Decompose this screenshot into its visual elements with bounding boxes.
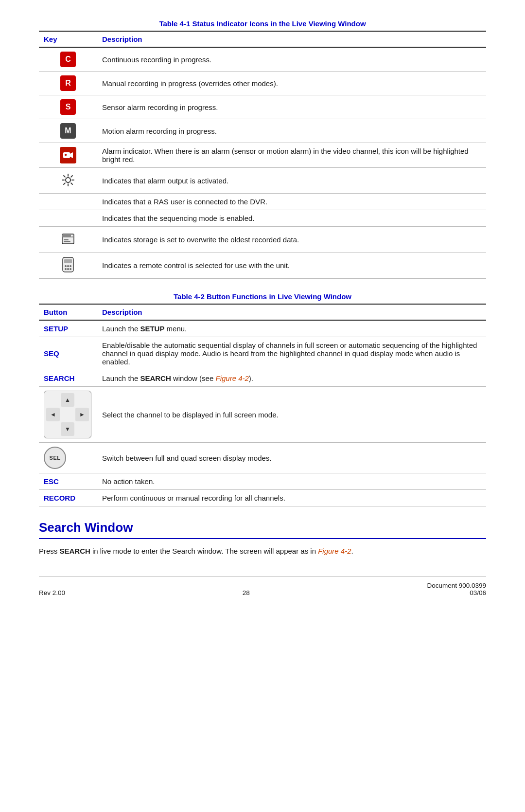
table2-row: ESCNo action taken. — [39, 473, 486, 490]
table1-row: CContinuous recording in progress. — [39, 47, 486, 72]
table1-desc-cell: Continuous recording in progress. — [97, 47, 486, 72]
table1-key-cell — [39, 168, 97, 194]
table1-key-cell — [39, 210, 97, 227]
table1-row: Indicates that alarm output is activated… — [39, 168, 486, 194]
table2-desc-cell: No action taken. — [97, 473, 486, 490]
sel-button: SEL — [44, 447, 66, 469]
table2-button-cell: RECORD — [39, 490, 97, 506]
remote-icon — [60, 256, 76, 273]
svg-point-6 — [71, 235, 73, 237]
svg-point-13 — [70, 265, 71, 267]
table2: Button Description SETUPLaunch the SETUP… — [39, 304, 486, 506]
table2-row: RECORDPerform continuous or manual recor… — [39, 490, 486, 506]
dpad-left: ◄ — [46, 408, 60, 421]
r-icon: R — [60, 75, 76, 91]
table1-desc-cell: Manual recording in progress (overrides … — [97, 72, 486, 95]
svg-point-3 — [66, 178, 70, 182]
table1-desc-cell: Indicates that alarm output is activated… — [97, 168, 486, 194]
table1-desc-cell: Sensor alarm recording in progress. — [97, 95, 486, 119]
table1-row: Indicates that the sequencing mode is en… — [39, 210, 486, 227]
footer-right: Document 900.0399 03/06 — [427, 582, 486, 596]
footer: Rev 2.00 28 Document 900.0399 03/06 — [39, 577, 486, 600]
table2-desc-cell: Select the channel to be displayed in fu… — [97, 387, 486, 443]
table1-desc-cell: Indicates that a RAS user is connected t… — [97, 194, 486, 210]
gear-icon — [60, 172, 76, 188]
m-icon: M — [60, 123, 76, 139]
table1-col2-header: Description — [97, 31, 486, 47]
table1-key-cell: M — [39, 119, 97, 143]
section-heading: Search Window — [39, 520, 486, 539]
table2-desc-cell: Launch the SEARCH window (see Figure 4-2… — [97, 370, 486, 387]
alarm-icon — [60, 147, 76, 163]
table2-row: SEARCHLaunch the SEARCH window (see Figu… — [39, 370, 486, 387]
table1: Key Description CContinuous recording in… — [39, 31, 486, 279]
storage-icon — [60, 231, 76, 247]
section-paragraph: Press SEARCH in live mode to enter the S… — [39, 546, 486, 557]
svg-point-14 — [65, 268, 67, 270]
dpad-empty-tr — [75, 393, 89, 407]
table2-title: Table 4-2 Button Functions in Live Viewi… — [39, 292, 486, 301]
s-icon: S — [60, 99, 76, 115]
dpad-up: ▲ — [61, 393, 74, 407]
table2-button-cell: ESC — [39, 473, 97, 490]
table2-row: SETUPLaunch the SETUP menu. — [39, 320, 486, 337]
table2-row: ▲ ◄ ► ▼ Select the channel to be display… — [39, 387, 486, 443]
table2-button-cell: SEQ — [39, 337, 97, 370]
svg-rect-2 — [65, 154, 67, 156]
table2-button-cell: SEARCH — [39, 370, 97, 387]
footer-center: 28 — [243, 589, 250, 596]
table1-key-cell: R — [39, 72, 97, 95]
svg-rect-10 — [64, 259, 72, 263]
svg-point-15 — [67, 268, 69, 270]
button-label: RECORD — [44, 494, 75, 502]
table1-row: SSensor alarm recording in progress. — [39, 95, 486, 119]
table1-key-cell — [39, 194, 97, 210]
table1-row: Indicates a remote control is selected f… — [39, 253, 486, 279]
table1-key-cell — [39, 227, 97, 253]
table2-row: SELSwitch between full and quad screen d… — [39, 443, 486, 473]
table1-row: RManual recording in progress (overrides… — [39, 72, 486, 95]
table1-row: Indicates that a RAS user is connected t… — [39, 194, 486, 210]
dpad-down: ▼ — [61, 422, 74, 436]
svg-point-16 — [70, 268, 71, 270]
table1-title: Table 4-1 Status Indicator Icons in the … — [39, 19, 486, 28]
footer-left: Rev 2.00 — [39, 589, 65, 596]
table1-col1-header: Key — [39, 31, 97, 47]
dpad-empty-bl — [46, 422, 60, 436]
table2-button-cell: SETUP — [39, 320, 97, 337]
svg-rect-8 — [64, 241, 70, 242]
c-icon: C — [60, 52, 76, 67]
button-label: SETUP — [44, 325, 68, 333]
table1-row: MMotion alarm recording in progress. — [39, 119, 486, 143]
table1-desc-cell: Indicates a remote control is selected f… — [97, 253, 486, 279]
table1-desc-cell: Motion alarm recording in progress. — [97, 119, 486, 143]
table1-row: Indicates storage is set to overwrite th… — [39, 227, 486, 253]
table1-row: Alarm indicator. When there is an alarm … — [39, 143, 486, 168]
dpad-icon: ▲ ◄ ► ▼ — [44, 391, 91, 438]
table2-desc-cell: Switch between full and quad screen disp… — [97, 443, 486, 473]
table2-col1-header: Button — [39, 304, 97, 320]
table2-desc-cell: Perform continuous or manual recording f… — [97, 490, 486, 506]
table2-row: SEQEnable/disable the automatic sequenti… — [39, 337, 486, 370]
table2-desc-cell: Enable/disable the automatic sequential … — [97, 337, 486, 370]
button-label: SEARCH — [44, 374, 74, 382]
svg-point-11 — [65, 265, 67, 267]
dpad-empty-br — [75, 422, 89, 436]
table2-col2-header: Description — [97, 304, 486, 320]
table1-desc-cell: Indicates that the sequencing mode is en… — [97, 210, 486, 227]
svg-rect-7 — [64, 239, 69, 240]
table1-key-cell: C — [39, 47, 97, 72]
dpad-right: ► — [75, 408, 89, 421]
button-label: ESC — [44, 477, 59, 486]
table1-desc-cell: Alarm indicator. When there is an alarm … — [97, 143, 486, 168]
table2-desc-cell: Launch the SETUP menu. — [97, 320, 486, 337]
table1-key-cell — [39, 253, 97, 279]
table1-key-cell — [39, 143, 97, 168]
table2-button-cell: ▲ ◄ ► ▼ — [39, 387, 97, 443]
svg-marker-1 — [70, 152, 73, 158]
button-label: SEQ — [44, 349, 59, 358]
dpad-empty-tl — [46, 393, 60, 407]
table2-button-cell: SEL — [39, 443, 97, 473]
table1-key-cell: S — [39, 95, 97, 119]
table1-desc-cell: Indicates storage is set to overwrite th… — [97, 227, 486, 253]
